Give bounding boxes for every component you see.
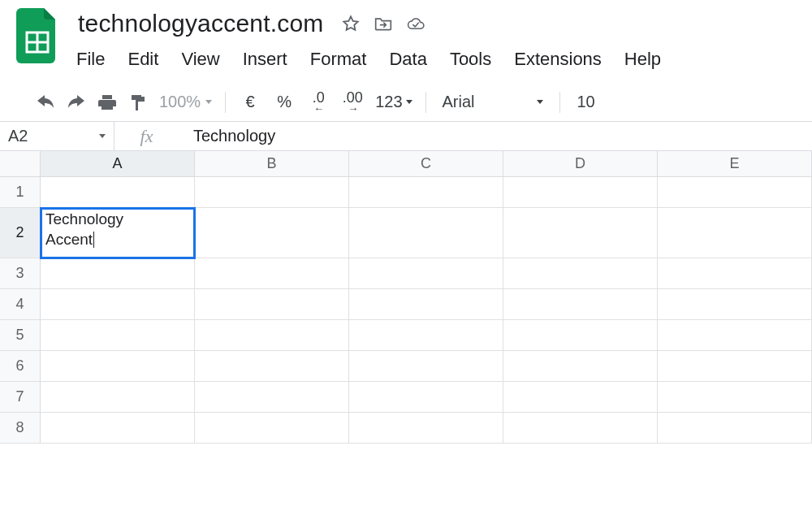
menu-tools[interactable]: Tools (448, 45, 493, 73)
cell-C1[interactable] (349, 177, 503, 208)
toolbar: 100% € % .0 ← .00 → 123 Arial 10 (0, 83, 812, 122)
cell-C3[interactable] (349, 258, 503, 289)
cell-E6[interactable] (658, 351, 812, 382)
cell-C7[interactable] (349, 382, 503, 413)
row-header-6[interactable]: 6 (0, 351, 41, 382)
menu-extensions[interactable]: Extensions (512, 45, 603, 73)
increase-decimal-button[interactable]: .00 → (338, 89, 367, 115)
cell-D3[interactable] (503, 258, 658, 289)
column-header-D[interactable]: D (503, 151, 658, 176)
rows-container: 12Technology Accent345678 (0, 177, 812, 444)
row: 7 (0, 382, 812, 413)
cell-A3[interactable] (41, 258, 195, 289)
title-area: technologyaccent.com File E (75, 8, 796, 73)
percent-button[interactable]: % (270, 89, 299, 115)
cell-A8[interactable] (41, 413, 195, 444)
column-header-A[interactable]: A (41, 151, 195, 176)
cell-B3[interactable] (195, 258, 349, 289)
cell-A5[interactable] (41, 320, 195, 351)
print-button[interactable] (94, 89, 120, 115)
name-box[interactable]: A2 (0, 122, 114, 150)
row-header-7[interactable]: 7 (0, 382, 41, 413)
star-icon[interactable] (342, 15, 360, 32)
row-header-8[interactable]: 8 (0, 413, 41, 444)
cell-reference: A2 (8, 127, 28, 145)
paint-format-button[interactable] (125, 89, 151, 115)
row: 3 (0, 258, 812, 289)
formula-bar: A2 fx (0, 122, 812, 151)
cell-C4[interactable] (349, 289, 503, 320)
row: 4 (0, 289, 812, 320)
zoom-selector[interactable]: 100% (156, 93, 215, 111)
cell-E5[interactable] (658, 320, 812, 351)
document-title[interactable]: technologyaccent.com (75, 8, 327, 39)
cell-D6[interactable] (503, 351, 658, 382)
cell-D4[interactable] (503, 289, 658, 320)
menu-edit[interactable]: Edit (126, 45, 160, 73)
column-header-B[interactable]: B (195, 151, 349, 176)
arrow-left-icon: ← (313, 104, 323, 114)
cell-A6[interactable] (41, 351, 195, 382)
row-header-5[interactable]: 5 (0, 320, 41, 351)
cell-D1[interactable] (503, 177, 658, 208)
cell-E7[interactable] (658, 382, 812, 413)
undo-button[interactable] (32, 89, 58, 115)
menu-help[interactable]: Help (623, 45, 663, 73)
cell-E4[interactable] (658, 289, 812, 320)
column-header-C[interactable]: C (349, 151, 503, 176)
cell-B8[interactable] (195, 413, 349, 444)
cell-C5[interactable] (349, 320, 503, 351)
currency-button[interactable]: € (235, 89, 265, 115)
row: 1 (0, 177, 812, 208)
font-name: Arial (443, 93, 475, 111)
row-header-2[interactable]: 2 (0, 208, 41, 258)
cell-D5[interactable] (503, 320, 658, 351)
cell-E1[interactable] (658, 177, 812, 208)
cell-B5[interactable] (195, 320, 349, 351)
cell-B6[interactable] (195, 351, 349, 382)
select-all-corner[interactable] (0, 151, 41, 176)
menu-format[interactable]: Format (309, 45, 369, 73)
row-header-3[interactable]: 3 (0, 258, 41, 289)
fx-label: fx (140, 126, 153, 147)
menu-insert[interactable]: Insert (241, 45, 289, 73)
menu-view[interactable]: View (179, 45, 221, 73)
cell-E2[interactable] (658, 208, 812, 258)
cell-D2[interactable] (503, 208, 658, 258)
column-header-E[interactable]: E (658, 151, 812, 176)
decrease-decimal-button[interactable]: .0 ← (304, 89, 333, 115)
menu-file[interactable]: File (75, 45, 106, 73)
formula-input[interactable] (179, 122, 812, 150)
menu-data[interactable]: Data (387, 45, 428, 73)
separator (225, 92, 226, 113)
move-to-folder-icon[interactable] (374, 15, 392, 32)
cell-A4[interactable] (41, 289, 195, 320)
row-header-4[interactable]: 4 (0, 289, 41, 320)
menubar: File Edit View Insert Format Data Tools … (75, 45, 796, 73)
cell-A2[interactable]: Technology Accent (41, 208, 195, 258)
font-size-box[interactable]: 10 (570, 93, 603, 111)
cell-content: Technology Accent (45, 210, 123, 249)
cell-D8[interactable] (503, 413, 658, 444)
cell-C2[interactable] (349, 208, 503, 258)
cell-B2[interactable] (195, 208, 349, 258)
cell-B7[interactable] (195, 382, 349, 413)
row-header-1[interactable]: 1 (0, 177, 41, 208)
cell-E8[interactable] (658, 413, 812, 444)
header: technologyaccent.com File E (0, 0, 812, 73)
redo-button[interactable] (63, 89, 89, 115)
cell-B4[interactable] (195, 289, 349, 320)
cell-B1[interactable] (195, 177, 349, 208)
more-formats-button[interactable]: 123 (372, 93, 415, 111)
sheets-doc-icon[interactable] (16, 8, 58, 63)
font-selector[interactable]: Arial (436, 93, 550, 111)
row: 8 (0, 413, 812, 444)
cloud-saved-icon[interactable] (407, 15, 425, 32)
cell-A7[interactable] (41, 382, 195, 413)
cell-A1[interactable] (41, 177, 195, 208)
cell-E3[interactable] (658, 258, 812, 289)
cell-C6[interactable] (349, 351, 503, 382)
cell-C8[interactable] (349, 413, 503, 444)
cell-D7[interactable] (503, 382, 658, 413)
chevron-down-icon (406, 100, 412, 104)
